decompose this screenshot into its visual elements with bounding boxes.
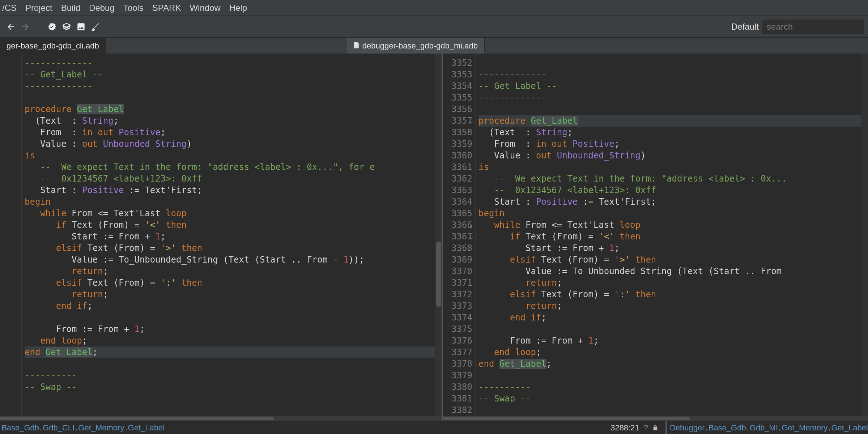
gutter-left [0,54,22,421]
hscroll-left[interactable] [0,416,442,421]
breadcrumb-part[interactable]: Gdb_CLI [43,423,75,433]
minimap-left[interactable] [435,54,442,421]
file-icon [354,41,359,51]
menu-help[interactable]: Help [229,3,247,13]
breadcrumb-part[interactable]: Get_Memory [78,423,124,433]
breadcrumb-part[interactable]: Debugger [670,423,705,433]
menu-spark[interactable]: SPARK [152,3,181,13]
tab-left-file[interactable]: ger-base_gdb-gdb_cli.adb [0,38,106,54]
menu-cs[interactable]: /CS [2,3,17,13]
menu-debug[interactable]: Debug [89,3,115,13]
back-icon[interactable] [4,20,18,34]
status-breadcrumb-left[interactable]: Base_Gdb.Gdb_CLI.Get_Memory.Get_Label [0,423,165,433]
editor-tabs: ger-base_gdb-gdb_cli.adb debugger-base_g… [0,38,868,54]
breadcrumb-part[interactable]: Base_Gdb [1,423,39,433]
forward-icon[interactable] [18,20,33,34]
breadcrumb-part[interactable]: Base_Gdb [709,423,746,433]
breadcrumb-part[interactable]: Get_Label [831,423,868,433]
cursor-position: 3288:21 [610,423,639,433]
menu-project[interactable]: Project [25,3,52,13]
menu-window[interactable]: Window [190,3,220,13]
statusbar: Base_Gdb.Gdb_CLI.Get_Memory.Get_Label 32… [0,421,868,434]
brush-icon[interactable] [88,20,103,34]
check-icon[interactable] [45,20,59,34]
minimap-right[interactable] [861,54,868,421]
build-icon[interactable] [59,20,74,34]
tab-right-file[interactable]: debugger-base_gdb-gdb_mi.adb [347,38,485,54]
breadcrumb-part[interactable]: Get_Label [128,423,165,433]
status-divider [665,421,667,434]
search-input[interactable] [762,20,864,34]
menubar: /CSProjectBuildDebugToolsSPARKWindowHelp [0,0,868,16]
editor-split: --------------- Get_Label --------------… [0,54,868,421]
hscroll-right[interactable] [443,416,868,421]
breadcrumb-part[interactable]: Get_Memory [782,423,827,433]
menu-build[interactable]: Build [61,3,80,13]
tab-label: debugger-base_gdb-gdb_mi.adb [362,41,478,51]
code-right[interactable]: --------------- Get_Label --------------… [476,54,861,421]
vscroll-thumb-left[interactable] [436,242,441,307]
editor-pane-right[interactable]: 3352335333543355335633573358335933603361… [443,54,868,421]
status-breadcrumb-right[interactable]: Debugger.Base_Gdb.Gdb_MI.Get_Memory.Get_… [670,423,868,433]
scenario-label: Default [731,22,759,32]
image-icon[interactable] [74,20,88,34]
toolbar: Default [0,16,868,38]
menu-tools[interactable]: Tools [123,3,144,13]
tab-label: ger-base_gdb-gdb_cli.adb [7,41,99,51]
help-icon[interactable]: ? [644,423,648,433]
code-left[interactable]: --------------- Get_Label --------------… [22,54,435,421]
editor-pane-left[interactable]: --------------- Get_Label --------------… [0,54,443,421]
breadcrumb-part[interactable]: Gdb_MI [750,423,778,433]
lock-icon[interactable] [652,424,658,431]
gutter-right: 3352335333543355335633573358335933603361… [443,54,476,421]
